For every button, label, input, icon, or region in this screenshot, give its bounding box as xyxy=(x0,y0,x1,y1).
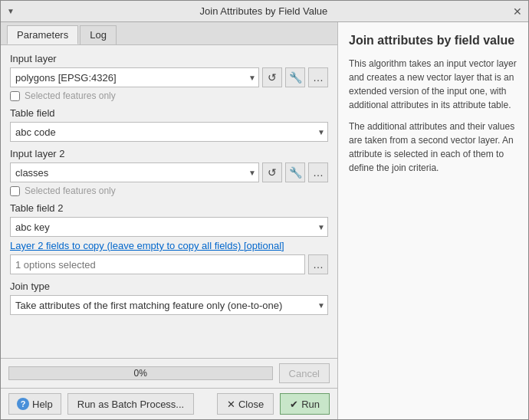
input-layer-more-btn[interactable]: … xyxy=(308,67,328,87)
selected-features-2-row: Selected features only xyxy=(10,185,328,196)
close-icon: ✕ xyxy=(227,399,235,410)
window-title: Join Attributes by Field Value xyxy=(15,5,513,17)
input-layer-label: Input layer xyxy=(10,53,328,64)
main-window: ▼ Join Attributes by Field Value ✕ Param… xyxy=(0,0,529,420)
tab-bar: Parameters Log xyxy=(1,22,337,45)
selected-features-2-label: Selected features only xyxy=(25,185,116,196)
input-layer2-more-btn[interactable]: … xyxy=(308,162,328,182)
table-field2-select[interactable]: abc key xyxy=(10,217,328,237)
tab-parameters[interactable]: Parameters xyxy=(7,25,78,44)
layer2-fields-row: … xyxy=(10,254,328,274)
help-para1: This algorithm takes an input vector lay… xyxy=(349,57,518,112)
progress-label: 0% xyxy=(134,368,147,379)
input-layer2-combo-wrapper: classes ▼ xyxy=(10,162,259,182)
help-icon: ? xyxy=(17,398,29,410)
progress-area: 0% Cancel xyxy=(1,358,337,388)
left-panel: Parameters Log Input layer polygons [EPS… xyxy=(1,22,338,419)
input-layer2-label: Input layer 2 xyxy=(10,148,328,159)
run-button[interactable]: ✔ Run xyxy=(280,393,330,415)
batch-process-button[interactable]: Run as Batch Process... xyxy=(67,393,194,415)
selected-features-2-checkbox[interactable] xyxy=(10,186,20,196)
bottom-bar: ? Help Run as Batch Process... ✕ Close ✔… xyxy=(1,388,337,419)
join-type-combo-wrapper: Take attributes of the first matching fe… xyxy=(10,295,328,315)
help-para2: The additional attributes and their valu… xyxy=(349,120,518,175)
layer2-fields-btn[interactable]: … xyxy=(308,254,328,274)
run-check-icon: ✔ xyxy=(290,399,298,410)
table-field-select[interactable]: abc code xyxy=(10,122,328,142)
selected-features-1-label: Selected features only xyxy=(25,90,116,101)
cancel-button[interactable]: Cancel xyxy=(279,363,330,383)
join-type-label: Join type xyxy=(10,281,328,292)
help-button[interactable]: ? Help xyxy=(8,393,61,415)
input-layer-select[interactable]: polygons [EPSG:4326] xyxy=(10,67,259,87)
selected-features-1-checkbox[interactable] xyxy=(10,91,20,101)
close-label: Close xyxy=(238,399,264,410)
input-layer-row: polygons [EPSG:4326] ▼ ↺ 🔧 … xyxy=(10,67,328,87)
input-layer2-refresh-btn[interactable]: ↺ xyxy=(262,162,282,182)
table-field2-label: Table field 2 xyxy=(10,202,328,214)
layer2-fields-input[interactable] xyxy=(10,254,305,274)
selected-features-1-row: Selected features only xyxy=(10,90,328,101)
input-layer2-row: classes ▼ ↺ 🔧 … xyxy=(10,162,328,182)
title-bar: ▼ Join Attributes by Field Value ✕ xyxy=(1,1,528,22)
close-button[interactable]: ✕ Close xyxy=(217,393,274,415)
tab-log[interactable]: Log xyxy=(80,25,117,44)
input-layer2-select[interactable]: classes xyxy=(10,162,259,182)
table-field-row: abc code ▼ xyxy=(10,122,328,142)
window-body: Parameters Log Input layer polygons [EPS… xyxy=(1,22,528,419)
table-field-label: Table field xyxy=(10,107,328,119)
table-field2-row: abc key ▼ xyxy=(10,217,328,237)
input-layer-settings-btn[interactable]: 🔧 xyxy=(285,67,305,87)
input-layer2-settings-btn[interactable]: 🔧 xyxy=(285,162,305,182)
table-field2-combo-wrapper: abc key ▼ xyxy=(10,217,328,237)
join-type-select[interactable]: Take attributes of the first matching fe… xyxy=(10,295,328,315)
input-layer-refresh-btn[interactable]: ↺ xyxy=(262,67,282,87)
help-label: Help xyxy=(32,399,53,410)
params-content: Input layer polygons [EPSG:4326] ▼ ↺ 🔧 …… xyxy=(1,45,337,358)
layer2-fields-link[interactable]: Layer 2 fields to copy (leave empty to c… xyxy=(10,240,328,251)
run-label: Run xyxy=(301,399,320,410)
help-panel: Join attributes by field value This algo… xyxy=(338,22,528,419)
help-title: Join attributes by field value xyxy=(349,33,518,49)
input-layer-combo-wrapper: polygons [EPSG:4326] ▼ xyxy=(10,67,259,87)
window-icon: ▼ xyxy=(7,7,15,15)
progress-bar-container: 0% xyxy=(8,366,273,380)
window-close-button[interactable]: ✕ xyxy=(513,6,522,17)
join-type-row: Take attributes of the first matching fe… xyxy=(10,295,328,315)
table-field-combo-wrapper: abc code ▼ xyxy=(10,122,328,142)
